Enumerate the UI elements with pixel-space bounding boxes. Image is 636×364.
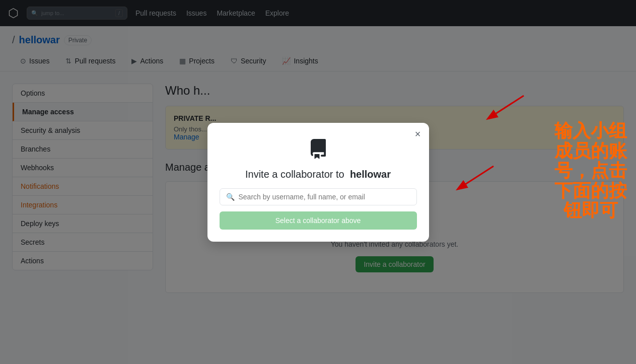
modal-title: Invite a collaborator to hellowar [220,169,417,180]
invite-collaborator-modal: × Invite a collaborator to hellowar 🔍 Se… [207,123,429,242]
collaborator-search-input[interactable] [239,193,410,201]
annotation-chinese-text: 输入小组成员的账号，点击下面的按钮即可 [550,121,631,221]
modal-overlay[interactable]: × Invite a collaborator to hellowar 🔍 Se… [0,0,636,305]
collaborator-search-box[interactable]: 🔍 [220,188,417,205]
modal-close-button[interactable]: × [415,129,421,139]
modal-repo-icon [220,139,417,161]
select-collaborator-button[interactable]: Select a collaborator above [220,211,417,230]
search-icon: 🔍 [226,193,235,201]
